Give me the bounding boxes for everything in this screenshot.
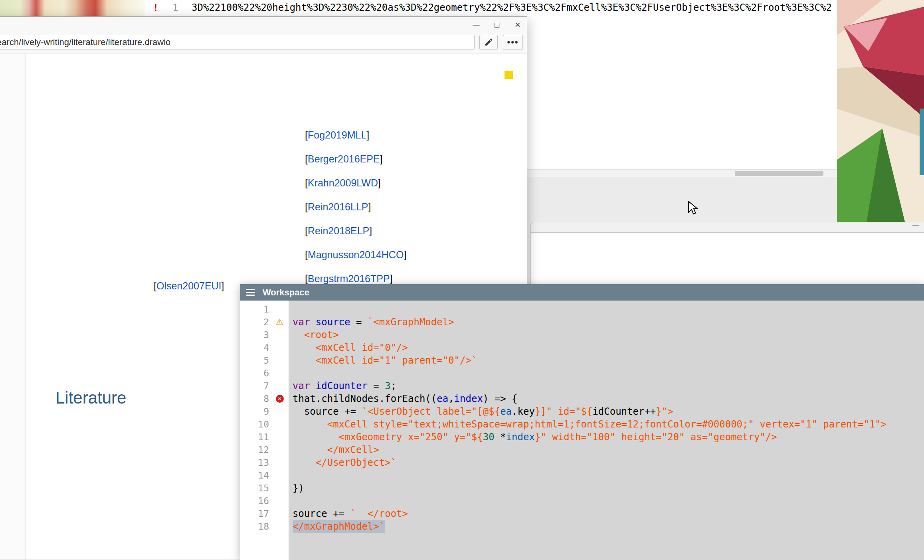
gutter-icon-slot [271, 303, 289, 316]
code-line-text: var idCounter = 3; [289, 380, 924, 392]
code-line-text: </UserObject>` [289, 456, 924, 469]
line-number: 16 [240, 495, 271, 507]
behind-window-titlebar[interactable]: ─ [530, 222, 924, 233]
citation-row: [Fog2019MLL] [305, 123, 406, 147]
code-line-text: <root> [289, 328, 924, 341]
bracket: [ [305, 177, 308, 189]
code-line: 15}) [240, 482, 924, 495]
citation-link[interactable]: Berger2016EPE [308, 153, 380, 165]
gutter-icon-slot: ⚠ [271, 316, 289, 328]
hamburger-menu-icon[interactable] [246, 287, 255, 297]
code-line: 5 <mxCell id="1" parent="0"/>` [240, 354, 924, 367]
gutter-icon-slot [271, 405, 289, 418]
bracket: [ [305, 201, 308, 213]
drawio-toolbar: ••• [0, 33, 527, 53]
code-editor-lines: 12⚠var source = `<mxGraphModel>3 <root>4… [240, 303, 924, 533]
citation-link[interactable]: Krahn2009LWD [308, 177, 378, 189]
code-line: 2⚠var source = `<mxGraphModel> [240, 316, 924, 328]
citation-link[interactable]: Fog2019MLL [308, 129, 366, 141]
line-number: 18 [240, 520, 271, 533]
line-number: 2 [240, 316, 271, 328]
code-line: 12 </mxCell> [240, 443, 924, 456]
background-code-editor[interactable]: ! 1 3D%22100%22%20height%3D%2230%22%20as… [144, 0, 837, 16]
citation-row: [Krahn2009LWD] [305, 171, 406, 195]
code-line-text: <mxGeometry x="250" y="${30 *index}" wid… [289, 431, 924, 443]
code-line: 7var idCounter = 3; [240, 380, 924, 392]
window-controls: ─ □ × [470, 17, 525, 33]
bracket: [ [305, 225, 308, 237]
gutter-icon-slot [271, 328, 289, 341]
code-line: 8×that.childNodes.forEach((ea,index) => … [240, 392, 924, 405]
behind-window-content [530, 233, 924, 284]
citation-link[interactable]: Magnusson2014HCO [308, 249, 404, 261]
code-line: 4 <mxCell id="0"/> [240, 341, 924, 354]
scrollbar-thumb[interactable] [735, 171, 823, 176]
bracket: ] [380, 153, 383, 165]
code-line-text: <mxCell id="0"/> [289, 341, 924, 354]
code-line: 17source += ` </root> [240, 507, 924, 520]
citation-link[interactable]: Rein2016LLP [308, 201, 368, 213]
ellipsis-icon: ••• [507, 37, 518, 47]
gutter-icon-slot [271, 354, 289, 367]
error-gutter-icon: ! [154, 0, 157, 15]
code-line-text [289, 495, 924, 507]
code-line-text [289, 303, 924, 316]
bracket: ] [378, 177, 381, 189]
code-line: 18</mxGraphModel>` [240, 520, 924, 533]
background-window [527, 16, 837, 177]
citation-link[interactable]: Rein2018ELP [308, 225, 369, 237]
gutter-icon-slot [271, 495, 289, 507]
gutter-icon-slot: × [271, 392, 289, 405]
citation-link[interactable]: Bergstrm2016TPP [308, 273, 390, 285]
yellow-marker [505, 71, 513, 79]
code-text: 3D%22100%22%20height%3D%2230%22%20as%3D%… [192, 0, 832, 15]
line-number: 8 [240, 392, 271, 405]
code-line: 13 </UserObject>` [240, 456, 924, 469]
address-input[interactable] [0, 35, 475, 50]
code-line-text [289, 469, 924, 482]
gutter-icon-slot [271, 456, 289, 469]
code-line: 3 <root> [240, 328, 924, 341]
edit-button[interactable] [479, 35, 498, 50]
canvas-gutter [0, 53, 25, 560]
gutter-icon-slot [271, 380, 289, 392]
code-line-text: source += `<UserObject label="[@${ea.key… [289, 405, 924, 418]
bracket: [ [305, 153, 308, 165]
line-number: 11 [240, 431, 271, 443]
close-button[interactable]: × [512, 19, 524, 30]
minimize-icon[interactable]: ─ [912, 220, 919, 231]
error-icon: × [276, 395, 284, 403]
canvas-margin-line [25, 53, 26, 560]
drawio-titlebar[interactable]: ─ □ × [0, 17, 527, 33]
gutter-icon-slot [271, 418, 289, 431]
bracket: ] [404, 249, 406, 261]
citation-row: [Berger2016EPE] [305, 147, 406, 171]
bracket: ] [222, 280, 224, 292]
gutter-icon-slot [271, 443, 289, 456]
bracket: ] [390, 273, 393, 285]
citation-link[interactable]: Olsen2007EUI [156, 280, 222, 292]
workspace-title: Workspace [263, 287, 309, 298]
gutter-icon-slot [271, 341, 289, 354]
code-line-text: that.childNodes.forEach((ea,index) => { [289, 392, 924, 405]
code-line-text [289, 367, 924, 380]
code-editor[interactable]: 12⚠var source = `<mxGraphModel>3 <root>4… [240, 301, 924, 560]
line-number: 5 [240, 354, 271, 367]
line-number: 12 [240, 443, 271, 456]
workspace-titlebar[interactable]: Workspace [240, 284, 924, 301]
minimize-button[interactable]: ─ [470, 19, 482, 30]
maximize-button[interactable]: □ [491, 20, 503, 30]
line-number: 13 [240, 456, 271, 469]
line-number: 6 [240, 367, 271, 380]
line-number: 9 [240, 405, 271, 418]
code-line-text: <mxCell id="1" parent="0"/>` [289, 354, 924, 367]
desktop: ! 1 3D%22100%22%20height%3D%2230%22%20as… [0, 0, 924, 560]
horizontal-scrollbar[interactable] [527, 169, 837, 177]
artwork-shape [920, 109, 924, 175]
bracket: ] [369, 225, 372, 237]
gutter-icon-slot [271, 431, 289, 443]
code-line: 1 [240, 303, 924, 316]
more-options-button[interactable]: ••• [503, 35, 523, 50]
code-line: 16 [240, 495, 924, 507]
code-line-text: }) [289, 482, 924, 495]
